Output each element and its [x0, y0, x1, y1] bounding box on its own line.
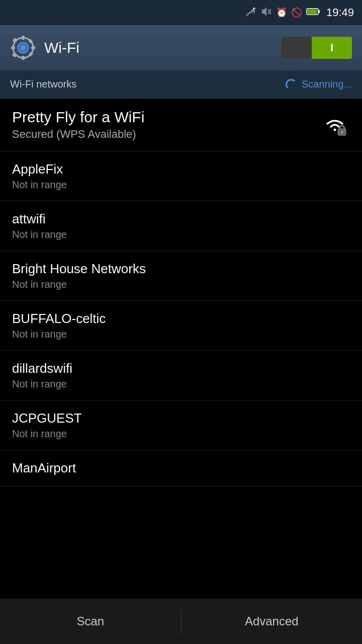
advanced-button[interactable]: Advanced: [182, 599, 363, 644]
svg-rect-9: [22, 56, 25, 60]
network-status: Not in range: [12, 428, 82, 440]
advanced-button-label: Advanced: [245, 614, 299, 628]
network-list: Pretty Fly for a WiFiSecured (WPS Availa…: [0, 99, 362, 487]
network-status: Secured (WPS Available): [12, 128, 144, 141]
network-info: ManAirport: [12, 460, 76, 476]
svg-rect-4: [318, 10, 320, 13]
svg-point-19: [341, 131, 343, 133]
network-status: Not in range: [12, 378, 72, 390]
svg-rect-11: [31, 46, 35, 49]
alarm-icon: ⏰: [276, 7, 287, 18]
network-item[interactable]: dillardswifiNot in range: [0, 351, 362, 400]
network-item[interactable]: JCPGUESTNot in range: [0, 400, 362, 450]
network-status: Not in range: [12, 229, 67, 240]
signal-icon: [246, 6, 257, 20]
mute-icon: [261, 6, 272, 20]
network-info: dillardswifiNot in range: [12, 361, 72, 390]
svg-rect-8: [22, 36, 25, 40]
toggle-on-side: I: [312, 37, 352, 59]
scanning-container: Scanning...: [286, 78, 352, 90]
subheader: Wi-Fi networks Scanning...: [0, 70, 362, 99]
network-item[interactable]: ManAirport: [0, 450, 362, 487]
network-status: Not in range: [12, 279, 146, 290]
scanning-spinner: [286, 79, 297, 90]
gear-icon: [10, 35, 36, 61]
toggle-off-side: [282, 37, 312, 59]
network-item[interactable]: attwifiNot in range: [0, 201, 362, 251]
network-item[interactable]: AppleFixNot in range: [0, 151, 362, 201]
content-area: Pretty Fly for a WiFiSecured (WPS Availa…: [0, 99, 362, 599]
status-bar: ⏰ 🚫 19:49: [0, 0, 362, 25]
network-status: Not in range: [12, 179, 67, 191]
scan-button-label: Scan: [76, 614, 104, 628]
app-bar-left: Wi-Fi: [10, 35, 79, 61]
network-name: dillardswifi: [12, 361, 72, 376]
scan-button[interactable]: Scan: [0, 599, 181, 644]
network-name: AppleFix: [12, 162, 67, 177]
network-name: BUFFALO-celtic: [12, 311, 106, 327]
network-item[interactable]: Bright House NetworksNot in range: [0, 251, 362, 301]
network-name: Bright House Networks: [12, 261, 146, 277]
app-title: Wi-Fi: [44, 39, 79, 56]
network-info: Bright House NetworksNot in range: [12, 261, 146, 290]
networks-label: Wi-Fi networks: [10, 78, 76, 90]
network-info: Pretty Fly for a WiFiSecured (WPS Availa…: [12, 109, 144, 141]
toggle-on-label: I: [330, 41, 333, 54]
svg-rect-10: [11, 46, 15, 49]
network-info: AppleFixNot in range: [12, 162, 67, 191]
network-name: attwifi: [12, 211, 67, 227]
scanning-text: Scanning...: [302, 78, 352, 90]
wifi-locked-icon: [320, 110, 350, 140]
svg-rect-5: [307, 9, 317, 14]
time-display: 19:49: [326, 6, 354, 19]
svg-rect-12: [12, 38, 17, 43]
svg-point-17: [20, 45, 26, 51]
network-info: BUFFALO-celticNot in range: [12, 311, 106, 340]
network-status: Not in range: [12, 329, 106, 340]
app-bar: Wi-Fi I: [0, 25, 362, 70]
network-item[interactable]: Pretty Fly for a WiFiSecured (WPS Availa…: [0, 99, 362, 151]
network-name: JCPGUEST: [12, 411, 82, 426]
bottom-bar: Scan Advanced: [0, 599, 362, 644]
svg-rect-14: [12, 53, 17, 58]
wifi-toggle[interactable]: I: [282, 37, 352, 59]
network-name: Pretty Fly for a WiFi: [12, 109, 144, 126]
network-info: attwifiNot in range: [12, 211, 67, 240]
network-info: JCPGUESTNot in range: [12, 411, 82, 440]
network-name: ManAirport: [12, 460, 76, 476]
network-item[interactable]: BUFFALO-celticNot in range: [0, 301, 362, 351]
blocked-icon: 🚫: [291, 7, 302, 18]
battery-icon: [306, 8, 320, 18]
